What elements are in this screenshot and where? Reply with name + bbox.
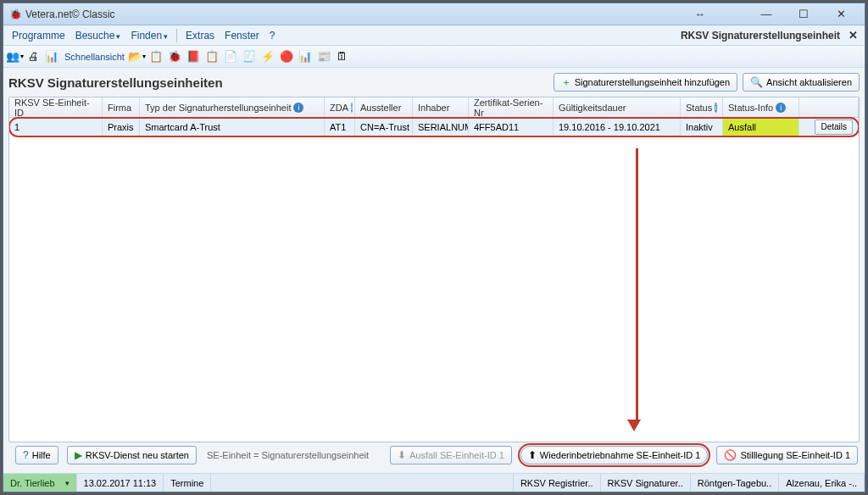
help-button[interactable]: ? Hilfe	[15, 446, 58, 464]
toolbar-clipboard-icon[interactable]: 📋	[148, 49, 164, 64]
toolbar-receipt-icon[interactable]: 🧾	[242, 49, 257, 64]
th-serien[interactable]: Zertifikat-Serien-Nr	[469, 97, 554, 117]
panel-title: RKSV Signaturerstellungseinheit	[681, 30, 840, 42]
window-title: Vetera.net© Classic	[25, 8, 115, 20]
status-tab-rksv-sig[interactable]: RKSV Signaturer..	[601, 474, 691, 492]
plus-icon: ＋	[561, 75, 571, 90]
th-id[interactable]: RKSV SE-Einheit-ID	[9, 97, 103, 117]
status-tab-roentgen[interactable]: Röntgen-Tagebu..	[691, 474, 779, 492]
maximize-button[interactable]: ☐	[785, 4, 822, 25]
page-heading: RKSV Signaturerstellungseinheiten	[8, 75, 548, 90]
forbidden-icon: 🚫	[724, 449, 737, 461]
close-button[interactable]: ✕	[822, 4, 860, 25]
menu-besuche[interactable]: Besuche	[70, 28, 126, 43]
cell-actions: Details	[799, 118, 859, 136]
menu-fenster[interactable]: Fenster	[220, 28, 264, 43]
toolbar-folder-icon[interactable]: 📂	[130, 49, 145, 64]
annotation-arrow	[632, 148, 641, 431]
th-actions	[799, 97, 859, 117]
cell-inhaber: SERIALNUM	[413, 118, 469, 136]
toolbar-doc-icon[interactable]: 📄	[223, 49, 238, 64]
cell-zda: AT1	[325, 118, 355, 136]
toolbar-list-icon[interactable]: 📋	[204, 49, 220, 64]
th-typ[interactable]: Typ der Signaturherstellungseinheiti	[140, 97, 325, 117]
restart-service-button[interactable]: ▶ RKSV-Dienst neu starten	[67, 446, 197, 464]
help-icon: ?	[23, 449, 29, 461]
statusbar: Dr. Tierlieb▾ 13.02.2017 11:13 Termine R…	[3, 473, 865, 492]
toolbar-print-icon[interactable]: 🖨	[25, 49, 41, 64]
th-gueltig[interactable]: Gültigkeitsdauer	[554, 97, 681, 117]
status-tab-alzenau[interactable]: Alzenau, Erika -..	[779, 474, 865, 492]
cell-firma: Praxis	[103, 118, 140, 136]
toolbar-graph-icon[interactable]: 📊	[298, 49, 313, 64]
info-icon[interactable]: i	[293, 103, 303, 113]
wiederinbetriebnahme-button[interactable]: ⬆ Wiederinbetriebnahme SE-Einheit-ID 1	[520, 446, 709, 464]
toolbar-bug-icon[interactable]: 🐞	[167, 49, 182, 64]
th-aussteller[interactable]: Aussteller	[355, 97, 413, 117]
toolbar: 👥 🖨 📊 Schnellansicht 📂 📋 🐞 📕 📋 📄 🧾 ⚡ 🔴 📊…	[3, 46, 865, 68]
ausfall-button: ⬇ Ausfall SE-Einheit-ID 1	[390, 446, 512, 464]
table-row[interactable]: 1 Praxis Smartcard A-Trust AT1 CN=A-Trus…	[9, 118, 859, 136]
details-button[interactable]: Details	[815, 120, 853, 135]
app-window: 🐞 Vetera.net© Classic ↔ — ☐ ✕ Programme …	[3, 3, 865, 492]
toolbar-users-icon[interactable]: 👥	[7, 49, 22, 64]
cell-serien: 4FF5AD11	[469, 118, 554, 136]
info-icon[interactable]: i	[715, 103, 717, 113]
footer-hint: SE-Einheit = Signaturerstellungseinheit	[207, 450, 369, 460]
download-icon: ⬇	[398, 449, 406, 461]
panel-close-icon[interactable]: ✕	[845, 29, 861, 42]
status-user[interactable]: Dr. Tierlieb▾	[3, 474, 77, 492]
toolbar-quickview[interactable]: Schnellansicht	[63, 52, 126, 62]
resize-icon: ↔	[695, 8, 705, 20]
menu-programme[interactable]: Programme	[7, 28, 70, 43]
add-sig-unit-button[interactable]: ＋ Signaturerstellungseinheit hinzufügen	[554, 73, 737, 92]
upload-icon: ⬆	[528, 449, 537, 461]
cell-statusinfo: Ausfall	[723, 118, 799, 136]
titlebar: 🐞 Vetera.net© Classic ↔ — ☐ ✕	[3, 3, 865, 25]
toolbar-flash-icon[interactable]: ⚡	[260, 49, 275, 64]
table-header: RKSV SE-Einheit-ID Firma Typ der Signatu…	[9, 97, 859, 118]
app-icon: 🐞	[8, 8, 22, 21]
cell-typ: Smartcard A-Trust	[140, 118, 325, 136]
menu-finden[interactable]: Finden	[125, 28, 173, 43]
info-icon[interactable]: i	[776, 103, 786, 113]
toolbar-news-icon[interactable]: 📰	[316, 49, 331, 64]
th-inhaber[interactable]: Inhaber	[413, 97, 469, 117]
toolbar-chart-icon[interactable]: 📊	[44, 49, 59, 64]
magnifier-icon: 🔍	[750, 76, 763, 88]
status-termine[interactable]: Termine	[164, 474, 211, 492]
menu-help[interactable]: ?	[264, 28, 281, 43]
cell-id: 1	[9, 118, 103, 136]
footer-actions: ? Hilfe ▶ RKSV-Dienst neu starten SE-Ein…	[8, 442, 860, 468]
content-area: RKSV Signaturerstellungseinheiten ＋ Sign…	[3, 68, 865, 473]
menu-extras[interactable]: Extras	[181, 28, 220, 43]
status-datetime: 13.02.2017 11:13	[77, 474, 164, 492]
cell-status: Inaktiv	[681, 118, 723, 136]
toolbar-calendar-icon[interactable]: 🗓	[335, 49, 350, 64]
cell-gueltig: 19.10.2016 - 19.10.2021	[554, 118, 681, 136]
info-icon[interactable]: i	[351, 103, 353, 113]
th-status[interactable]: Statusi	[681, 97, 723, 117]
refresh-button[interactable]: 🔍 Ansicht aktualisieren	[743, 73, 860, 92]
sig-units-table: RKSV SE-Einheit-ID Firma Typ der Signatu…	[8, 97, 860, 442]
play-icon: ▶	[75, 449, 82, 461]
status-tab-rksv-reg[interactable]: RKSV Registrier..	[514, 474, 601, 492]
th-statusinfo[interactable]: Status-Infoi	[723, 97, 799, 117]
th-firma[interactable]: Firma	[103, 97, 140, 117]
cell-aussteller: CN=A-Trust	[355, 118, 413, 136]
stilllegung-button[interactable]: 🚫 Stilllegung SE-Einheit-ID 1	[716, 446, 858, 464]
minimize-button[interactable]: —	[748, 4, 785, 25]
toolbar-book-icon[interactable]: 📕	[186, 49, 201, 64]
menubar: Programme Besuche Finden Extras Fenster …	[3, 25, 865, 46]
toolbar-red-icon[interactable]: 🔴	[279, 49, 294, 64]
th-zda[interactable]: ZDAi	[325, 97, 355, 117]
